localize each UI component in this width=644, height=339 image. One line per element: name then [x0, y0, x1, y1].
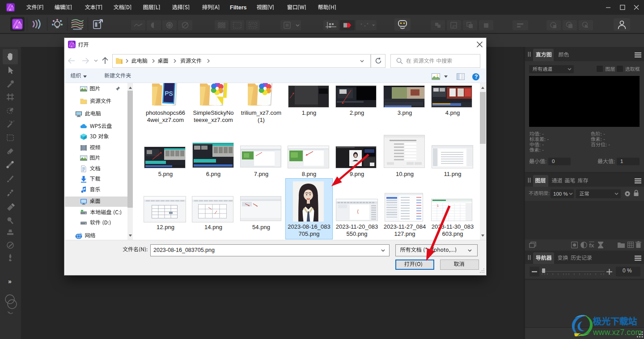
svg-text:PS: PS: [165, 89, 173, 97]
